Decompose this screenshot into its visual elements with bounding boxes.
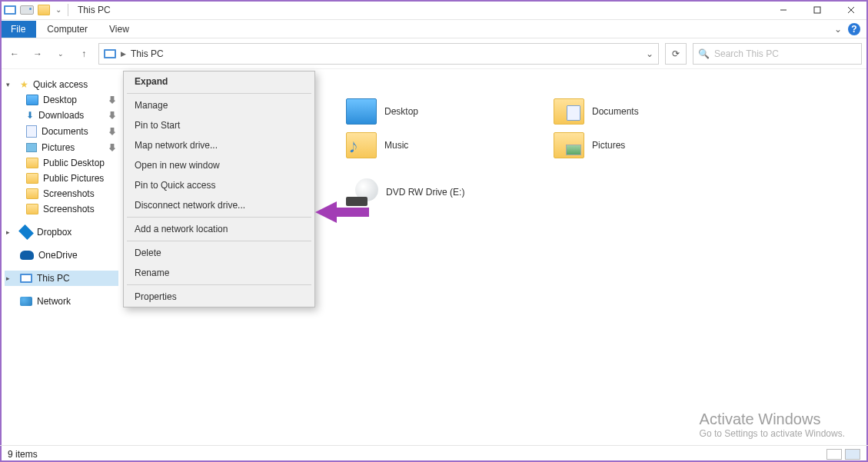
details-view-button[interactable] xyxy=(826,449,842,460)
folder-item-music[interactable]: Music xyxy=(346,132,530,158)
body: ▾ ★ Quick access Desktop ⬇Downloads Docu… xyxy=(0,69,868,445)
desktop-folder-icon xyxy=(346,98,377,125)
drive-item-dvd[interactable]: DVD RW Drive (E:) xyxy=(346,178,530,206)
refresh-button[interactable]: ⟳ xyxy=(665,43,687,65)
chevron-right-icon[interactable]: ▸ xyxy=(6,228,15,236)
address-dropdown-icon[interactable]: ⌄ xyxy=(646,48,653,59)
chevron-down-icon[interactable]: ▾ xyxy=(6,81,15,88)
folder-icon xyxy=(26,158,38,168)
ribbon-collapse-icon[interactable]: ⌄ xyxy=(834,24,842,35)
sidebar-item-label: OneDrive xyxy=(38,250,78,261)
sidebar-item-label: Quick access xyxy=(33,79,88,90)
sidebar-item-screenshots-2[interactable]: Screenshots xyxy=(26,201,118,217)
annotation-arrow xyxy=(315,197,369,228)
folder-item-documents[interactable]: Documents xyxy=(554,98,738,125)
view-tab[interactable]: View xyxy=(98,21,140,38)
ctx-map-network-drive[interactable]: Map network drive... xyxy=(124,135,314,155)
forward-button[interactable]: → xyxy=(29,45,46,62)
item-count: 9 items xyxy=(8,449,38,460)
separator xyxy=(127,217,311,218)
desktop-icon xyxy=(26,95,38,105)
ctx-manage[interactable]: Manage xyxy=(124,95,314,115)
chevron-right-icon[interactable]: ▸ xyxy=(6,274,15,282)
folder-item-pictures[interactable]: Pictures xyxy=(554,132,738,158)
computer-tab[interactable]: Computer xyxy=(36,21,98,38)
activation-watermark: Activate Windows Go to Settings to activ… xyxy=(700,410,845,439)
item-label: Music xyxy=(384,140,408,151)
pc-small-icon xyxy=(5,5,15,15)
ctx-delete[interactable]: Delete xyxy=(124,243,314,263)
search-icon: 🔍 xyxy=(698,48,710,59)
network-icon xyxy=(20,297,32,306)
sidebar-item-onedrive[interactable]: ▸OneDrive xyxy=(5,248,118,263)
sidebar-item-downloads[interactable]: ⬇Downloads xyxy=(26,108,118,123)
sidebar-item-label: Pictures xyxy=(42,142,75,153)
separator xyxy=(127,241,311,241)
thumbnails-view-button[interactable] xyxy=(845,449,860,460)
minimize-button[interactable] xyxy=(767,0,800,20)
sidebar-item-public-desktop[interactable]: Public Desktop xyxy=(26,155,118,171)
sidebar-item-label: Dropbox xyxy=(37,227,72,238)
sidebar-item-network[interactable]: ▸Network xyxy=(5,294,118,309)
pc-icon xyxy=(104,49,116,58)
pictures-folder-icon xyxy=(554,132,584,158)
item-label: Pictures xyxy=(592,140,625,151)
folder-icon xyxy=(26,173,38,184)
recent-dropdown-icon[interactable]: ⌄ xyxy=(52,45,69,62)
sidebar-quick-access[interactable]: ▾ ★ Quick access xyxy=(5,77,118,92)
ctx-properties[interactable]: Properties xyxy=(124,287,314,307)
sidebar-item-desktop[interactable]: Desktop xyxy=(26,92,118,108)
folder-icon xyxy=(26,188,38,199)
qat-folder-icon[interactable] xyxy=(38,5,49,15)
sidebar-item-pictures[interactable]: Pictures xyxy=(26,140,118,155)
ctx-expand[interactable]: Expand xyxy=(124,71,314,91)
sidebar-item-dropbox[interactable]: ▸Dropbox xyxy=(5,224,118,240)
address-bar[interactable]: ▶ This PC ⌄ xyxy=(98,43,659,65)
folder-icon xyxy=(26,204,38,214)
ctx-rename[interactable]: Rename xyxy=(124,263,314,283)
sidebar-item-label: Screenshots xyxy=(43,204,95,214)
star-icon: ★ xyxy=(20,79,28,90)
navigation-pane[interactable]: ▾ ★ Quick access Desktop ⬇Downloads Docu… xyxy=(0,69,123,445)
navigation-row: ← → ⌄ ↑ ▶ This PC ⌄ ⟳ 🔍 xyxy=(0,38,868,69)
window-title: This PC xyxy=(73,5,111,15)
pin-icon xyxy=(109,111,115,119)
sidebar-item-label: Public Desktop xyxy=(43,158,105,168)
svg-rect-1 xyxy=(814,7,820,13)
ctx-disconnect-network-drive[interactable]: Disconnect network drive... xyxy=(124,195,314,215)
watermark-subtitle: Go to Settings to activate Windows. xyxy=(700,428,845,439)
maximize-button[interactable] xyxy=(800,0,834,20)
sidebar-item-screenshots[interactable]: Screenshots xyxy=(26,186,118,201)
watermark-title: Activate Windows xyxy=(700,410,845,428)
back-button[interactable]: ← xyxy=(6,45,23,62)
pin-icon xyxy=(109,128,115,135)
pc-icon xyxy=(20,274,32,283)
ctx-add-network-location[interactable]: Add a network location xyxy=(124,219,314,239)
folder-item-desktop[interactable]: Desktop xyxy=(346,98,530,125)
sidebar-item-public-pictures[interactable]: Public Pictures xyxy=(26,171,118,186)
sidebar-item-this-pc[interactable]: ▸This PC xyxy=(5,271,118,286)
breadcrumb[interactable]: This PC xyxy=(131,48,164,59)
close-button[interactable] xyxy=(834,0,868,20)
ctx-pin-quick-access[interactable]: Pin to Quick access xyxy=(124,175,314,195)
up-button[interactable]: ↑ xyxy=(75,45,92,62)
ctx-open-new-window[interactable]: Open in new window xyxy=(124,155,314,175)
documents-icon xyxy=(26,125,37,138)
content-pane[interactable]: ⌄ Folders (7) Desktop Documents Music Pi… xyxy=(123,69,868,445)
quick-access-toolbar: ⌄ xyxy=(0,4,73,16)
qat-dropdown-icon[interactable]: ⌄ xyxy=(55,5,62,14)
search-input[interactable] xyxy=(714,48,856,59)
file-tab[interactable]: File xyxy=(0,21,36,38)
separator xyxy=(127,284,311,285)
help-icon[interactable]: ? xyxy=(848,23,860,35)
ctx-pin-start[interactable]: Pin to Start xyxy=(124,115,314,135)
sidebar-item-label: Desktop xyxy=(43,95,77,105)
sidebar-item-documents[interactable]: Documents xyxy=(26,123,118,140)
search-box[interactable]: 🔍 xyxy=(693,43,862,65)
sidebar-item-label: Public Pictures xyxy=(43,173,104,184)
qat-properties-icon[interactable] xyxy=(22,5,32,15)
chevron-right-icon[interactable]: ▶ xyxy=(121,50,126,58)
title-bar: ⌄ This PC xyxy=(0,0,868,20)
svg-marker-4 xyxy=(315,201,369,223)
item-label: Desktop xyxy=(384,106,418,117)
